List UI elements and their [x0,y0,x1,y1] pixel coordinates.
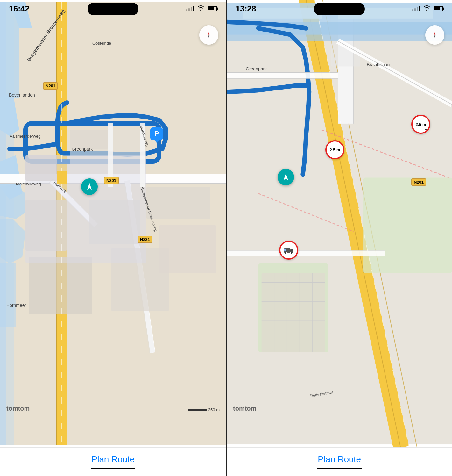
svg-marker-77 [290,249,293,251]
road-badge-n231: N231 [138,236,152,243]
svg-rect-34 [140,123,145,187]
svg-rect-24 [29,257,92,314]
plan-route-button-1[interactable]: Plan Route [91,454,135,465]
phone-screen-2: 13:28 [226,0,452,476]
status-icons-2 [412,5,443,12]
svg-rect-51 [227,72,338,73]
svg-rect-70 [227,251,385,256]
svg-point-79 [290,252,292,254]
wifi-icon-1 [197,5,204,12]
svg-rect-29 [0,263,16,327]
compass-button-1[interactable] [199,25,218,45]
height-arrow-up-1: ▲ [425,117,427,120]
svg-rect-26 [159,225,216,273]
svg-point-78 [285,252,287,254]
dynamic-island-1 [88,3,138,15]
svg-marker-36 [208,32,210,35]
home-indicator-2 [317,468,362,469]
parking-icon: P [150,127,163,140]
svg-rect-52 [227,78,338,79]
time-2: 13:28 [236,4,256,14]
map-2[interactable]: 2.5 m ▲ ▼ 2.5 m N201 N201 Greenpark Braz… [227,0,452,447]
battery-icon-2 [434,6,443,11]
nav-arrow-1 [81,178,98,195]
wifi-icon-2 [423,5,430,12]
svg-marker-73 [434,32,436,35]
road-badge-n201-top: N201 [43,82,58,90]
height-arrow-down-1: ▼ [425,128,427,131]
compass-button-2[interactable] [425,25,444,45]
height-sign-1: 2.5 m ▲ ▼ [411,115,430,134]
nav-arrow-2 [278,169,294,185]
tomtom-logo-1: tomtom [6,405,30,412]
status-bar-2: 13:28 [227,0,452,17]
time-1: 16:42 [9,4,29,14]
phone-screen-1: 16:42 [0,0,226,476]
svg-rect-59 [262,273,325,352]
no-truck-sign [279,241,298,260]
dynamic-island-2 [314,3,365,15]
signal-icon-2 [412,6,420,11]
plan-route-button-2[interactable]: Plan Route [318,454,361,465]
svg-rect-80 [284,249,286,251]
status-bar-1: 16:42 [0,0,226,17]
svg-rect-71 [227,250,385,251]
parking-pin-1: P [150,127,164,143]
svg-rect-50 [227,73,338,78]
svg-marker-74 [434,35,436,38]
home-indicator-1 [91,468,135,469]
battery-icon-1 [208,6,217,11]
svg-rect-25 [146,187,210,219]
bottom-bar-2: Plan Route [227,447,452,476]
tomtom-logo-2: tomtom [233,405,256,412]
scale-bar-1: 250 m [188,407,220,412]
scale-text-1: 250 m [208,407,220,412]
signal-icon-1 [186,6,194,11]
svg-rect-35 [57,171,67,184]
svg-marker-37 [208,35,210,38]
map-1[interactable]: P N201 N201 N231 Burgemeester Brouwerweg… [0,0,226,447]
road-badge-n201-s2b: N201 [411,178,426,186]
bottom-bar-1: Plan Route [0,447,226,476]
status-icons-1 [186,5,217,12]
height-sign-2-text: 2.5 m [329,148,340,152]
height-sign-1-text: 2.5 m [415,122,426,127]
svg-rect-57 [363,177,452,273]
svg-rect-31 [25,155,146,263]
road-badge-n201-mid: N201 [104,177,119,184]
height-sign-2: 2.5 m [325,140,344,159]
